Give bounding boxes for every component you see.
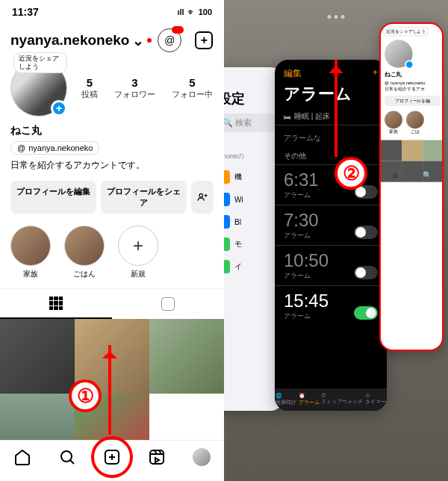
edit-profile-button[interactable]: プロフィールを編集 bbox=[10, 181, 96, 214]
home-icon: ⌂ bbox=[393, 170, 398, 179]
highlights-row: 家族 ごはん +新規 bbox=[0, 223, 224, 288]
annotation-step-2: ② bbox=[335, 157, 367, 190]
alarm-row[interactable]: 6:31アラーム bbox=[275, 164, 387, 205]
highlight-cover bbox=[64, 226, 105, 266]
instagram-profile-screen: 11:37 ıll ᯤ 100 nyanya.nekoneko ⌄ @ + 近況… bbox=[0, 0, 224, 481]
avatar-icon bbox=[193, 448, 211, 466]
highlight-cover bbox=[10, 226, 51, 266]
display-name: ねこ丸 bbox=[10, 124, 214, 137]
alarm-row[interactable]: 10:50アラーム bbox=[275, 245, 387, 285]
alarm-row[interactable]: 7:30アラーム bbox=[275, 205, 387, 245]
username-text: nyanya.nekoneko bbox=[10, 32, 129, 49]
bio-text: 日常を紹介するアカ bbox=[381, 85, 444, 93]
post-thumbnail bbox=[402, 140, 423, 161]
search-icon: 🔍 bbox=[423, 170, 432, 179]
tab-tagged[interactable] bbox=[112, 289, 224, 319]
highlight-item[interactable]: ごはん bbox=[64, 226, 105, 279]
svg-point-0 bbox=[199, 193, 203, 197]
action-buttons: プロフィールを編集 プロフィールをシェア bbox=[0, 178, 224, 223]
chevron-down-icon: ⌄ bbox=[132, 32, 144, 49]
stat-posts[interactable]: 5投稿 bbox=[81, 76, 98, 100]
add-story-badge bbox=[405, 60, 414, 69]
avatar bbox=[385, 40, 412, 67]
clock-tabs: 🌐世界時計 ⏰アラーム ⏱ストップウォッチ ⏲タイマー bbox=[275, 388, 387, 411]
annotation-arrow-up bbox=[335, 60, 337, 157]
create-button[interactable]: + bbox=[195, 31, 213, 49]
signal-icon: ıll bbox=[177, 7, 184, 16]
stat-followers[interactable]: 3フォロワー bbox=[114, 76, 155, 100]
time: 11:37 bbox=[12, 6, 39, 18]
tagged-icon bbox=[161, 297, 175, 311]
post-thumbnail[interactable] bbox=[149, 319, 224, 394]
add-story-badge[interactable]: + bbox=[51, 100, 67, 117]
story-prompt-bubble: 近況をシェアしよう bbox=[383, 27, 428, 36]
post-thumbnail bbox=[381, 140, 402, 161]
annotation-circle bbox=[91, 436, 133, 478]
annotation-arrow-up bbox=[108, 345, 111, 435]
highlight-item[interactable]: 家族 bbox=[10, 226, 51, 279]
app-switcher-screen: 設定 設定 🔍 検索 iPhoneの 機 Wi Bl モ イ 時計 編集+ アラ… bbox=[224, 0, 448, 481]
bottom-nav: ⌂ 🔍 bbox=[381, 170, 444, 179]
highlight-new[interactable]: +新規 bbox=[118, 226, 158, 279]
highlight-cover bbox=[406, 111, 424, 128]
toggle[interactable] bbox=[354, 266, 378, 279]
highlight-cover bbox=[385, 111, 402, 128]
threads-link: @ nyanya.nekoneko bbox=[381, 80, 444, 86]
highlights-row: 家族 ごは bbox=[381, 108, 444, 137]
tab-worldclock[interactable]: 🌐世界時計 bbox=[276, 393, 296, 406]
bed-icon: 🛏 bbox=[284, 113, 291, 121]
notification-dot-icon bbox=[147, 38, 152, 43]
status-bar: 11:37 ıll ᯤ 100 bbox=[0, 0, 224, 24]
tab-stopwatch[interactable]: ⏱ストップウォッチ bbox=[321, 393, 363, 406]
tab-alarm[interactable]: ⏰アラーム bbox=[299, 393, 320, 406]
story-prompt-bubble: 近況をシェアしよう bbox=[13, 52, 67, 73]
wifi-icon: ᯤ bbox=[187, 7, 196, 16]
bio-text: 日常を紹介するアカウントです。 bbox=[10, 159, 214, 172]
display-name: ねこ丸 bbox=[381, 69, 444, 79]
threads-at-icon: @ bbox=[17, 143, 25, 152]
nav-profile[interactable] bbox=[193, 448, 211, 466]
avatar-container[interactable]: 近況をシェアしよう + bbox=[10, 60, 67, 117]
svg-point-1 bbox=[61, 451, 72, 462]
annotation-step-1: ① bbox=[69, 379, 102, 412]
discover-people-button[interactable] bbox=[191, 181, 214, 214]
sleep-section: 🛏睡眠 | 起床 bbox=[275, 108, 387, 125]
toggle[interactable] bbox=[354, 226, 378, 239]
content-tabs bbox=[0, 288, 224, 319]
switcher-card-clock[interactable]: 時計 編集+ アラーム 🛏睡眠 | 起床 アラームな その他 6:31アラーム … bbox=[275, 60, 387, 411]
other-section: その他 bbox=[275, 148, 387, 164]
nav-home[interactable] bbox=[13, 448, 31, 466]
post-thumbnail bbox=[423, 140, 444, 161]
add-button[interactable]: + bbox=[373, 67, 378, 80]
grid-icon bbox=[49, 297, 63, 310]
switcher-card-instagram[interactable]: 近況をシェアしよう ねこ丸 @ nyanya.nekoneko 日常を紹介するア… bbox=[379, 22, 444, 351]
nav-reels[interactable] bbox=[148, 448, 166, 466]
tab-grid[interactable] bbox=[0, 289, 112, 319]
stats-row: 5投稿 3フォロワー 5フォロー中 bbox=[81, 76, 214, 100]
share-profile-button[interactable]: プロフィールをシェア bbox=[101, 181, 187, 214]
threads-link[interactable]: @nyanya.nekoneko bbox=[10, 141, 99, 155]
profile-info-row: 近況をシェアしよう + 5投稿 3フォロワー 5フォロー中 bbox=[0, 60, 224, 117]
search-input[interactable]: 🔍 検索 bbox=[224, 114, 276, 132]
post-thumbnail[interactable] bbox=[0, 319, 75, 394]
alarm-title: アラーム bbox=[275, 83, 387, 108]
tab-timer[interactable]: ⏲タイマー bbox=[365, 393, 386, 406]
alarm-row[interactable]: 15:45アラーム bbox=[275, 285, 387, 326]
alarm-none: アラームな bbox=[275, 125, 387, 148]
plus-icon: + bbox=[118, 226, 158, 266]
edit-button[interactable]: 編集 bbox=[284, 67, 302, 80]
bio-section: ねこ丸 @nyanya.nekoneko 日常を紹介するアカウントです。 bbox=[0, 117, 224, 178]
edit-profile-button: プロフィールを編 bbox=[385, 96, 441, 106]
toggle[interactable] bbox=[354, 306, 378, 320]
username-dropdown[interactable]: nyanya.nekoneko ⌄ bbox=[10, 32, 152, 49]
stat-following[interactable]: 5フォロー中 bbox=[172, 76, 213, 100]
battery-level: 100 bbox=[199, 7, 212, 16]
threads-icon[interactable]: @ bbox=[158, 28, 181, 52]
nav-search[interactable] bbox=[58, 448, 76, 466]
